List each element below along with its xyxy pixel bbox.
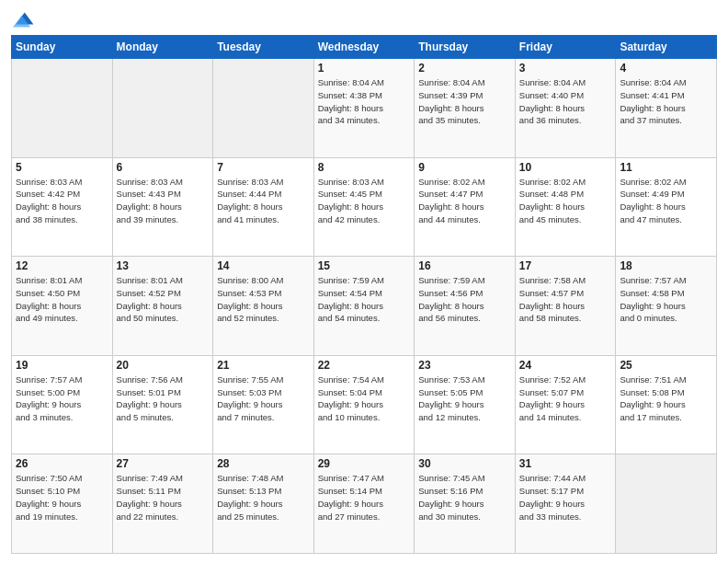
day-info: Sunrise: 8:03 AM Sunset: 4:43 PM Dayligh… [117, 176, 210, 226]
day-number: 17 [519, 259, 612, 272]
day-info: Sunrise: 7:58 AM Sunset: 4:57 PM Dayligh… [519, 274, 612, 325]
calendar-cell: 9Sunrise: 8:02 AM Sunset: 4:47 PM Daylig… [415, 157, 516, 257]
day-info: Sunrise: 7:53 AM Sunset: 5:05 PM Dayligh… [418, 373, 511, 424]
day-number: 20 [117, 359, 210, 372]
day-info: Sunrise: 7:51 AM Sunset: 5:08 PM Dayligh… [620, 373, 712, 424]
calendar-cell: 24Sunrise: 7:52 AM Sunset: 5:07 PM Dayli… [515, 355, 616, 454]
day-number: 11 [620, 161, 712, 174]
logo-icon [13, 9, 35, 28]
day-info: Sunrise: 7:56 AM Sunset: 5:01 PM Dayligh… [117, 373, 210, 424]
week-row-1: 5Sunrise: 8:03 AM Sunset: 4:42 PM Daylig… [12, 157, 717, 257]
day-info: Sunrise: 7:55 AM Sunset: 5:03 PM Dayligh… [217, 373, 310, 424]
calendar-cell: 29Sunrise: 7:47 AM Sunset: 5:14 PM Dayli… [313, 454, 415, 554]
day-info: Sunrise: 8:03 AM Sunset: 4:42 PM Dayligh… [16, 176, 108, 226]
calendar-cell: 30Sunrise: 7:45 AM Sunset: 5:16 PM Dayli… [415, 454, 516, 554]
header-day-saturday: Saturday [616, 36, 717, 59]
day-info: Sunrise: 7:59 AM Sunset: 4:54 PM Dayligh… [318, 274, 411, 325]
day-number: 31 [519, 457, 612, 470]
calendar-cell [112, 59, 213, 158]
calendar-body: 1Sunrise: 8:04 AM Sunset: 4:38 PM Daylig… [12, 59, 717, 554]
day-number: 29 [318, 457, 411, 470]
day-number: 6 [117, 161, 210, 174]
day-number: 12 [16, 259, 108, 272]
logo [11, 9, 35, 28]
day-number: 8 [318, 161, 411, 174]
day-number: 9 [418, 161, 511, 174]
day-info: Sunrise: 7:50 AM Sunset: 5:10 PM Dayligh… [16, 472, 108, 523]
day-number: 5 [16, 161, 108, 174]
calendar-cell [12, 59, 113, 158]
week-row-2: 12Sunrise: 8:01 AM Sunset: 4:50 PM Dayli… [12, 257, 717, 356]
day-number: 25 [620, 359, 712, 372]
calendar-cell: 4Sunrise: 8:04 AM Sunset: 4:41 PM Daylig… [616, 59, 717, 158]
calendar-cell: 16Sunrise: 7:59 AM Sunset: 4:56 PM Dayli… [415, 257, 516, 356]
header-day-monday: Monday [112, 36, 213, 59]
day-info: Sunrise: 8:01 AM Sunset: 4:50 PM Dayligh… [16, 274, 108, 325]
day-number: 28 [217, 457, 310, 470]
day-info: Sunrise: 8:03 AM Sunset: 4:44 PM Dayligh… [217, 176, 310, 226]
page: SundayMondayTuesdayWednesdayThursdayFrid… [0, 0, 728, 563]
day-info: Sunrise: 7:57 AM Sunset: 5:00 PM Dayligh… [16, 373, 108, 424]
calendar-cell: 18Sunrise: 7:57 AM Sunset: 4:58 PM Dayli… [616, 257, 717, 356]
calendar-cell: 28Sunrise: 7:48 AM Sunset: 5:13 PM Dayli… [213, 454, 314, 554]
week-row-4: 26Sunrise: 7:50 AM Sunset: 5:10 PM Dayli… [12, 454, 717, 554]
week-row-3: 19Sunrise: 7:57 AM Sunset: 5:00 PM Dayli… [12, 355, 717, 454]
day-info: Sunrise: 7:52 AM Sunset: 5:07 PM Dayligh… [519, 373, 612, 424]
calendar-cell: 14Sunrise: 8:00 AM Sunset: 4:53 PM Dayli… [213, 257, 314, 356]
header-row: SundayMondayTuesdayWednesdayThursdayFrid… [12, 36, 717, 59]
header-day-wednesday: Wednesday [313, 36, 415, 59]
day-number: 24 [519, 359, 612, 372]
calendar-cell: 15Sunrise: 7:59 AM Sunset: 4:54 PM Dayli… [313, 257, 415, 356]
calendar-cell: 27Sunrise: 7:49 AM Sunset: 5:11 PM Dayli… [112, 454, 213, 554]
day-info: Sunrise: 8:01 AM Sunset: 4:52 PM Dayligh… [117, 274, 210, 325]
calendar-cell: 20Sunrise: 7:56 AM Sunset: 5:01 PM Dayli… [112, 355, 213, 454]
day-number: 15 [318, 259, 411, 272]
calendar-cell: 12Sunrise: 8:01 AM Sunset: 4:50 PM Dayli… [12, 257, 113, 356]
day-number: 21 [217, 359, 310, 372]
week-row-0: 1Sunrise: 8:04 AM Sunset: 4:38 PM Daylig… [12, 59, 717, 158]
day-info: Sunrise: 7:48 AM Sunset: 5:13 PM Dayligh… [217, 472, 310, 523]
day-info: Sunrise: 8:04 AM Sunset: 4:38 PM Dayligh… [318, 76, 411, 127]
calendar-cell: 23Sunrise: 7:53 AM Sunset: 5:05 PM Dayli… [415, 355, 516, 454]
day-number: 2 [418, 62, 511, 75]
calendar-cell: 3Sunrise: 8:04 AM Sunset: 4:40 PM Daylig… [515, 59, 616, 158]
day-number: 30 [418, 457, 511, 470]
header-day-friday: Friday [515, 36, 616, 59]
day-info: Sunrise: 7:44 AM Sunset: 5:17 PM Dayligh… [519, 472, 612, 523]
day-info: Sunrise: 7:49 AM Sunset: 5:11 PM Dayligh… [117, 472, 210, 523]
day-number: 19 [16, 359, 108, 372]
day-number: 27 [117, 457, 210, 470]
calendar-cell: 2Sunrise: 8:04 AM Sunset: 4:39 PM Daylig… [415, 59, 516, 158]
day-number: 23 [418, 359, 511, 372]
day-info: Sunrise: 7:59 AM Sunset: 4:56 PM Dayligh… [418, 274, 511, 325]
day-number: 26 [16, 457, 108, 470]
calendar-cell: 8Sunrise: 8:03 AM Sunset: 4:45 PM Daylig… [313, 157, 415, 257]
day-info: Sunrise: 8:02 AM Sunset: 4:49 PM Dayligh… [620, 176, 712, 226]
calendar-cell: 21Sunrise: 7:55 AM Sunset: 5:03 PM Dayli… [213, 355, 314, 454]
calendar-cell: 22Sunrise: 7:54 AM Sunset: 5:04 PM Dayli… [313, 355, 415, 454]
calendar-cell [616, 454, 717, 554]
day-number: 4 [620, 62, 712, 75]
calendar-cell: 19Sunrise: 7:57 AM Sunset: 5:00 PM Dayli… [12, 355, 113, 454]
day-number: 16 [418, 259, 511, 272]
calendar-cell: 1Sunrise: 8:04 AM Sunset: 4:38 PM Daylig… [313, 59, 415, 158]
day-info: Sunrise: 8:02 AM Sunset: 4:47 PM Dayligh… [418, 176, 511, 226]
calendar-cell: 25Sunrise: 7:51 AM Sunset: 5:08 PM Dayli… [616, 355, 717, 454]
calendar-cell: 17Sunrise: 7:58 AM Sunset: 4:57 PM Dayli… [515, 257, 616, 356]
day-number: 1 [318, 62, 411, 75]
day-info: Sunrise: 8:03 AM Sunset: 4:45 PM Dayligh… [318, 176, 411, 226]
day-info: Sunrise: 8:04 AM Sunset: 4:41 PM Dayligh… [620, 76, 712, 127]
day-info: Sunrise: 8:04 AM Sunset: 4:39 PM Dayligh… [418, 76, 511, 127]
day-number: 22 [318, 359, 411, 372]
day-number: 18 [620, 259, 712, 272]
calendar-cell: 10Sunrise: 8:02 AM Sunset: 4:48 PM Dayli… [515, 157, 616, 257]
day-info: Sunrise: 8:02 AM Sunset: 4:48 PM Dayligh… [519, 176, 612, 226]
day-number: 10 [519, 161, 612, 174]
calendar-header: SundayMondayTuesdayWednesdayThursdayFrid… [12, 36, 717, 59]
calendar-cell: 7Sunrise: 8:03 AM Sunset: 4:44 PM Daylig… [213, 157, 314, 257]
calendar-cell: 26Sunrise: 7:50 AM Sunset: 5:10 PM Dayli… [12, 454, 113, 554]
day-info: Sunrise: 8:04 AM Sunset: 4:40 PM Dayligh… [519, 76, 612, 127]
header [11, 9, 717, 28]
header-day-tuesday: Tuesday [213, 36, 314, 59]
header-day-thursday: Thursday [415, 36, 516, 59]
